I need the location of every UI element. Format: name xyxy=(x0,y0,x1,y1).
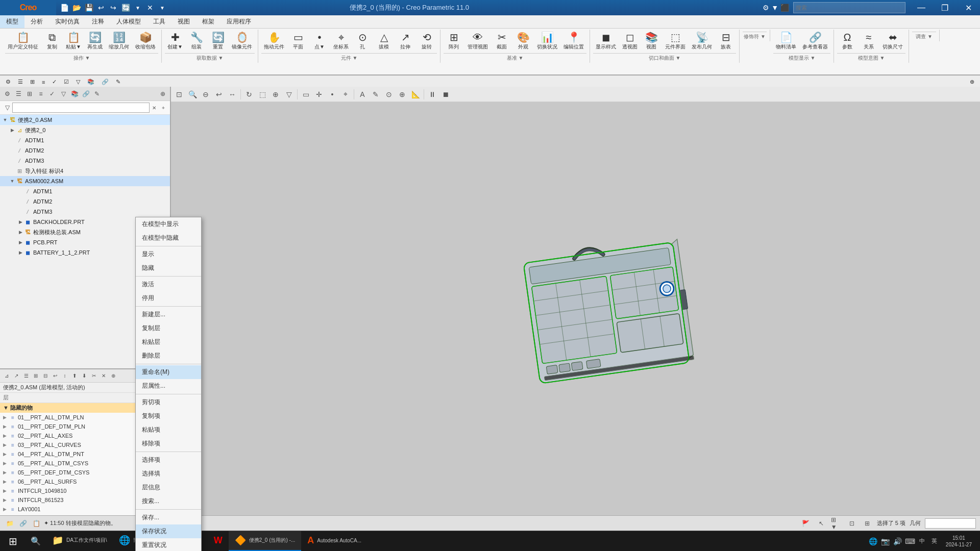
qa-open[interactable]: 📂 xyxy=(71,2,82,13)
status-cursor-btn[interactable]: ↖ xyxy=(816,518,827,529)
recalc-btn[interactable]: 🔄 重置 xyxy=(208,31,228,52)
menu-annotation[interactable]: 注释 xyxy=(86,15,110,28)
taskbar-item-explorer[interactable]: 📁 DA工作文件\项目\ xyxy=(46,531,113,552)
drag-btn[interactable]: ✋ 拖动元件 xyxy=(261,31,287,52)
layer-tb-8[interactable]: ⬆ xyxy=(70,371,79,381)
display-style-btn[interactable]: ◼ 显示样式 xyxy=(593,31,619,52)
relations-btn[interactable]: ≈ 关系 xyxy=(859,31,879,52)
material-list-btn[interactable]: 📄 物料清单 xyxy=(773,31,799,52)
layer-tb-7[interactable]: ↕ xyxy=(60,371,69,381)
ctx-layer-props[interactable]: 层属性... xyxy=(136,379,201,393)
ctx-paste-item[interactable]: 粘贴项 xyxy=(136,423,201,437)
publish-btn[interactable]: 📡 发布几何 xyxy=(689,31,715,52)
resize-btn[interactable]: ⬌ 切换尺寸 xyxy=(880,31,905,52)
taskbar-search-btn[interactable]: 🔍 xyxy=(26,531,46,552)
ctx-hide-model[interactable]: 在模型中隐藏 xyxy=(136,231,201,245)
menu-human[interactable]: 人体模型 xyxy=(110,15,147,28)
layer-tb-2[interactable]: ↗ xyxy=(12,371,21,381)
tree-layer-btn[interactable]: 📚 xyxy=(69,89,80,99)
vt-select-area[interactable]: ⬚ xyxy=(256,88,268,101)
vt-note[interactable]: ✎ xyxy=(370,88,382,101)
vt-stop[interactable]: ⏹ xyxy=(439,88,452,101)
rt2-list-btn[interactable]: ≡ xyxy=(38,78,48,87)
vt-measure[interactable]: 📐 xyxy=(409,88,422,101)
ctx-show[interactable]: 显示 xyxy=(136,247,201,261)
menu-framework[interactable]: 框架 xyxy=(196,15,220,28)
ctx-deactivate[interactable]: 停用 xyxy=(136,291,201,305)
rt2-filter-btn[interactable]: ▽ xyxy=(72,77,84,87)
user-feature-btn[interactable]: 📋 用户定义特征 xyxy=(5,31,41,52)
sys-ime-en[interactable]: 英 xyxy=(929,536,940,546)
rt2-check2-btn[interactable]: ☑ xyxy=(60,77,72,87)
edit-pos-btn[interactable]: 📍 编辑位置 xyxy=(561,31,586,52)
shrink-btn[interactable]: 📦 收缩包络 xyxy=(133,31,158,52)
ctx-activate[interactable]: 激活 xyxy=(136,278,201,291)
point-btn[interactable]: • 点▼ xyxy=(309,31,330,52)
ctx-hide[interactable]: 隐藏 xyxy=(136,261,201,275)
ctx-delete-layer[interactable]: 删除层 xyxy=(136,349,201,363)
vt-spin3d[interactable]: ⊙ xyxy=(383,88,395,101)
ctx-show-model[interactable]: 在模型中显示 xyxy=(136,217,201,231)
regen-btn[interactable]: 🔄 再生成 xyxy=(85,31,105,52)
vt-select-filter[interactable]: ▽ xyxy=(283,88,295,101)
tree-grid-btn[interactable]: ⊞ xyxy=(24,89,35,99)
qa-more2[interactable]: ▼ xyxy=(157,2,168,13)
qa-save[interactable]: 💾 xyxy=(83,2,94,13)
ctx-layer-info[interactable]: 层信息 xyxy=(136,481,201,494)
vt-zoom-out[interactable]: ⊖ xyxy=(200,88,212,101)
status-flag-btn[interactable]: 🚩 xyxy=(800,518,812,529)
tree-expand-btn[interactable]: ⊕ xyxy=(158,89,168,99)
hole-btn[interactable]: ⊙ 孔 xyxy=(352,31,373,52)
tree-item-adtm2[interactable]: / ADTM2 xyxy=(0,145,170,156)
layer-tb-x[interactable]: ✕ xyxy=(99,371,108,381)
rt2-tree-col-btn[interactable]: ☰ xyxy=(14,77,27,87)
layer-tb-1[interactable]: ⊿ xyxy=(2,371,11,381)
sys-camera-icon[interactable]: 📷 xyxy=(880,536,891,546)
ctx-paste-layer[interactable]: 粘贴层 xyxy=(136,335,201,349)
tree-item-asm-adtm2[interactable]: / ADTM2 xyxy=(0,196,170,207)
vt-annot[interactable]: A xyxy=(356,88,369,101)
qa-regen[interactable]: 🔄 xyxy=(120,2,131,13)
ctx-select-fill[interactable]: 选择填 xyxy=(136,467,201,481)
tree-item-root[interactable]: ▼ 🏗 便携2_0.ASM xyxy=(0,115,170,125)
vt-select-ref[interactable]: ⊕ xyxy=(270,88,282,101)
tree-settings-btn[interactable]: ⚙ xyxy=(2,89,12,99)
tree-search-input[interactable] xyxy=(12,103,150,113)
tree-item-asm-adtm1[interactable]: / ADTM1 xyxy=(0,186,170,196)
taskbar-item-wps[interactable]: W xyxy=(208,531,229,552)
rt2-expand-btn[interactable]: ⊕ xyxy=(966,77,978,87)
rt2-settings-btn[interactable]: ⚙ xyxy=(2,77,14,87)
menu-apps[interactable]: 应用程序 xyxy=(220,15,257,28)
scale-btn[interactable]: 🔢 缩放几何 xyxy=(106,31,132,52)
rt2-check1-btn[interactable]: ✓ xyxy=(48,77,60,87)
viewport[interactable]: ⊡ 🔍 ⊖ ↩ ↔ ↻ ⬚ ⊕ ▽ ▭ ✛ • ⌖ A ✎ ⊙ ⊕ 📐 ⏸ ⏹ xyxy=(171,87,980,515)
vt-pause[interactable]: ⏸ xyxy=(426,88,438,101)
vt-spin[interactable]: ↻ xyxy=(243,88,255,101)
menu-view[interactable]: 视图 xyxy=(172,15,196,28)
title-search-input[interactable] xyxy=(793,2,905,13)
copy-btn[interactable]: ⧉ 复制 xyxy=(42,31,62,52)
taskbar-item-creo[interactable]: 🔶 便携2_0 (当用的) -... xyxy=(229,531,302,552)
appearance-btn[interactable]: 🎨 外观 xyxy=(513,31,533,52)
ctx-save[interactable]: 保存... xyxy=(136,511,201,524)
draft-btn[interactable]: △ 拔模 xyxy=(374,31,394,52)
menu-analysis[interactable]: 分析 xyxy=(24,15,49,28)
status-expand-btn[interactable]: ⊡ xyxy=(846,518,857,529)
ctx-remove-item[interactable]: 移除项 xyxy=(136,437,201,450)
restore-button[interactable]: ❐ xyxy=(933,0,957,15)
minimize-button[interactable]: — xyxy=(910,0,933,15)
ctx-cut-item[interactable]: 剪切项 xyxy=(136,395,201,409)
vt-zoom-in[interactable]: 🔍 xyxy=(186,88,199,101)
section-btn[interactable]: ✂ 截面 xyxy=(492,31,512,52)
params-btn[interactable]: Ω 参数 xyxy=(837,31,857,52)
vt-prev-view[interactable]: ↩ xyxy=(213,88,225,101)
tree-search-add-btn[interactable]: + xyxy=(159,103,168,113)
coord-btn[interactable]: ⌖ 坐标系 xyxy=(331,31,351,52)
layer-tb-9[interactable]: ⬇ xyxy=(80,371,89,381)
transparent-btn[interactable]: ◻ 透视图 xyxy=(620,31,640,52)
ctx-rename[interactable]: 重命名(M) xyxy=(136,365,201,379)
create-btn[interactable]: ✚ 创建▼ xyxy=(165,31,185,52)
status-mode-input[interactable] xyxy=(925,518,976,529)
mirror-btn[interactable]: 🪞 镜像元件 xyxy=(229,31,255,52)
layer-tb-cut[interactable]: ✂ xyxy=(89,371,99,381)
